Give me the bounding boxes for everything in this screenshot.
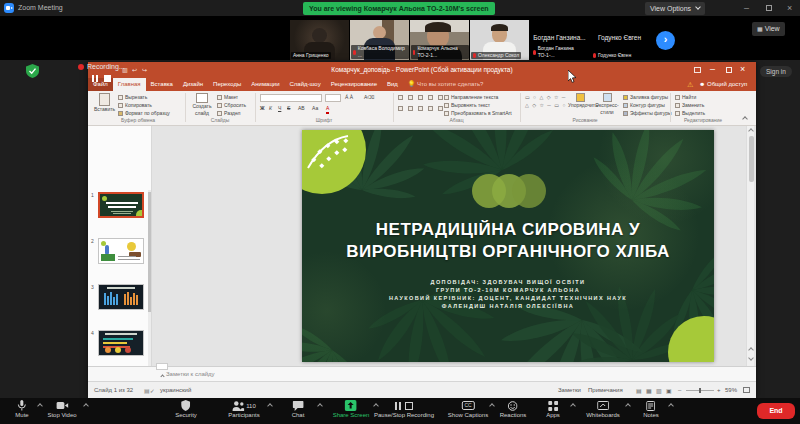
tab-insert[interactable]: Вставка — [146, 78, 178, 91]
whiteboards-options-chevron[interactable] — [625, 403, 631, 409]
layout-button[interactable]: Макет — [217, 94, 238, 101]
section-button[interactable]: Раздел — [217, 110, 241, 117]
notes-placeholder[interactable]: Заметки к слайду — [166, 371, 215, 377]
mute-button[interactable]: Mute — [15, 400, 28, 419]
scroll-up-icon[interactable] — [748, 128, 754, 134]
underline-button[interactable]: Ч — [278, 105, 281, 112]
tab-view[interactable]: Вид — [382, 78, 403, 91]
whiteboards-button[interactable]: Whiteboards — [586, 400, 620, 419]
gallery-view-button[interactable]: ▦ View — [752, 22, 785, 36]
share-screen-button[interactable]: Share Screen — [333, 400, 370, 419]
char-spacing-button[interactable]: АВ — [298, 105, 305, 112]
captions-options-chevron[interactable] — [489, 403, 495, 409]
apps-button[interactable]: Apps — [546, 400, 560, 419]
video-tile-bohdan[interactable]: Богдан Ганзина... Богдан Ганзина ТО-1-..… — [530, 20, 589, 60]
thumbnail-slide-4[interactable] — [98, 330, 144, 356]
next-participants-button[interactable]: › — [656, 31, 675, 50]
font-size-input[interactable] — [325, 94, 341, 102]
notes-panel[interactable]: Заметки к слайду — [88, 366, 756, 381]
ppt-minimize-button[interactable]: – — [710, 64, 715, 74]
bold-button[interactable]: Ж — [260, 105, 265, 112]
font-name-input[interactable] — [260, 94, 322, 102]
tab-transitions[interactable]: Переходы — [208, 78, 246, 91]
copy-button[interactable]: Копировать — [118, 102, 152, 109]
language-indicator[interactable]: украинский — [160, 387, 191, 393]
video-tile-kovbasa[interactable]: Ковбаса Володимир ... — [350, 20, 409, 60]
smartart-button[interactable]: Преобразовать в SmartArt — [444, 110, 512, 117]
notes-options-chevron[interactable] — [668, 403, 674, 409]
shape-fill-button[interactable]: Заливка фигуры — [623, 94, 668, 101]
replace-button[interactable]: Заменить — [675, 102, 704, 109]
quick-styles-button[interactable]: Экспресс-стили — [593, 93, 621, 116]
notes-collapse-button[interactable] — [156, 363, 168, 370]
next-slide-icon[interactable] — [748, 355, 754, 361]
tab-design[interactable]: Дизайн — [178, 78, 208, 91]
comments-toggle[interactable]: Примечания — [588, 387, 623, 393]
minimize-button[interactable]: – — [744, 3, 749, 13]
view-reading-icon[interactable]: ▥ — [656, 387, 662, 394]
view-sorter-icon[interactable]: ▦ — [646, 387, 652, 394]
tell-me-box[interactable]: 💡 Что вы хотите сделать? — [403, 78, 489, 91]
sign-in-button[interactable]: Sign in — [760, 66, 792, 77]
pause-recording-icon[interactable] — [92, 75, 98, 82]
strikethrough-button[interactable]: S — [287, 105, 290, 112]
stop-video-button[interactable]: Stop Video — [47, 400, 76, 419]
encryption-shield-icon[interactable] — [26, 64, 39, 78]
video-tile-sokol[interactable]: Олександр Сокол — [470, 20, 529, 60]
arrange-button[interactable]: Упорядочить — [568, 93, 592, 109]
view-slideshow-icon[interactable]: ▣ — [666, 387, 672, 394]
share-button[interactable]: ☻ Общий доступ — [694, 78, 752, 91]
apps-options-chevron[interactable] — [570, 403, 576, 409]
ppt-restore-button[interactable] — [726, 67, 732, 73]
view-options-button[interactable]: View Options — [645, 2, 705, 15]
fit-to-window-icon[interactable] — [743, 387, 750, 393]
close-button[interactable]: × — [787, 3, 792, 13]
tab-review[interactable]: Рецензирование — [326, 78, 382, 91]
reset-button[interactable]: Сбросить — [217, 102, 246, 109]
zoom-slider-track[interactable] — [686, 390, 714, 391]
ppt-close-button[interactable]: × — [740, 64, 745, 74]
thumbnail-slide-3[interactable] — [98, 284, 144, 310]
font-color-button[interactable]: А — [326, 105, 329, 114]
paste-button[interactable]: Вставить — [94, 93, 114, 117]
prev-slide-icon[interactable] — [748, 347, 754, 353]
notes-toggle[interactable]: Заметки — [558, 387, 581, 393]
participants-options-chevron[interactable] — [267, 403, 273, 409]
video-tile-anna[interactable]: Анна Грищенко — [290, 20, 349, 60]
zoom-slider-thumb[interactable] — [699, 388, 701, 393]
participants-button[interactable]: 110 Participants — [228, 400, 259, 419]
ribbon-display-options-icon[interactable] — [694, 67, 701, 73]
reactions-button[interactable]: Reactions — [500, 400, 527, 419]
align-buttons[interactable] — [398, 106, 445, 111]
text-direction-button[interactable]: Направление текста — [444, 94, 498, 101]
tab-slideshow[interactable]: Слайд-шоу — [285, 78, 326, 91]
maximize-button[interactable] — [766, 5, 772, 11]
slide-canvas[interactable]: НЕТРАДИЦІЙНА СИРОВИНА У ВИРОБНИЦТВІ ОРГА… — [302, 130, 714, 362]
zoom-percent[interactable]: 59% — [725, 387, 737, 393]
tab-home[interactable]: Главная — [113, 78, 146, 91]
change-case-button[interactable]: Аа — [312, 105, 318, 112]
chat-options-chevron[interactable] — [317, 403, 323, 409]
pause-stop-recording-button[interactable]: Pause/Stop Recording — [374, 400, 434, 419]
shape-effects-button[interactable]: Эффекты фигуры — [623, 110, 672, 117]
new-slide-button[interactable]: Создать слайд — [189, 93, 215, 117]
shapes-gallery-row2[interactable]: △ ◇ ☆ ─ ▭ ○ — [525, 102, 566, 109]
stop-recording-icon[interactable] — [104, 75, 111, 82]
tab-animations[interactable]: Анимации — [246, 78, 284, 91]
view-normal-icon[interactable]: ▤ — [636, 387, 642, 394]
show-captions-button[interactable]: CC Show Captions — [448, 400, 488, 419]
video-options-chevron[interactable] — [83, 403, 89, 409]
clear-format-button[interactable]: А⌫ — [364, 94, 374, 101]
format-painter-button[interactable]: Формат по образцу — [118, 110, 170, 117]
select-button[interactable]: Выделить — [675, 110, 705, 117]
end-meeting-button[interactable]: End — [757, 403, 795, 419]
shapes-gallery[interactable]: ▭ ○ △ ◇ ☆ ─ — [525, 94, 566, 101]
list-buttons[interactable] — [398, 95, 445, 100]
italic-button[interactable]: К — [269, 105, 272, 112]
grow-font-button[interactable]: А́ А̀ — [345, 94, 353, 101]
spellcheck-icon[interactable]: ▤✓ — [144, 387, 155, 394]
scrollbar-thumb[interactable] — [749, 136, 754, 182]
thumbnail-slide-2[interactable] — [98, 238, 144, 264]
zoom-out-button[interactable]: – — [678, 387, 681, 393]
slide-scrollbar[interactable] — [746, 126, 754, 366]
